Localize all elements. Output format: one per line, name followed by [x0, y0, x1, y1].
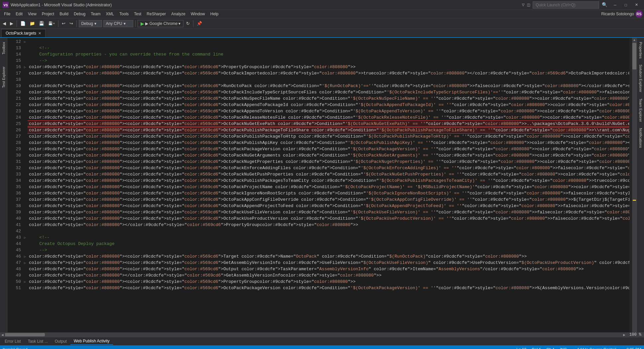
right-sidebar-tabs: Properties Solution Explorer Team Explor… [638, 39, 644, 151]
properties-tab[interactable]: Properties [638, 39, 644, 61]
new-project-btn[interactable]: 📄 [19, 19, 27, 28]
code-line[interactable]: <!-- [28, 45, 629, 51]
undo-btn[interactable]: ↩ [60, 19, 67, 28]
code-line[interactable]: --> [28, 247, 629, 253]
code-line[interactable]: color:#9cdcfe">style="color:#808080"><co… [28, 165, 629, 171]
task-list-tab[interactable]: Task List ... [25, 338, 52, 345]
run-btn[interactable]: ▶ ▶ Google Chrome ▾ [138, 20, 183, 27]
search-icon-btn[interactable]: 🔍 [602, 2, 607, 8]
menu-window[interactable]: Window [188, 10, 208, 18]
code-line[interactable]: color:#9cdcfe">style="color:#808080"><co… [28, 64, 629, 70]
code-line[interactable] [28, 228, 629, 234]
code-line[interactable]: color:#9cdcfe">style="color:#808080"><co… [28, 209, 629, 215]
code-line[interactable]: color:#9cdcfe">style="color:#808080"><co… [28, 184, 629, 190]
refresh-btn[interactable]: ↻ [185, 19, 191, 28]
horizontal-scrollbar[interactable]: ◀ ▶ 100 % [0, 332, 644, 337]
code-line[interactable]: color:#9cdcfe">style="color:#808080"><co… [28, 171, 629, 177]
user-avatar: RS [635, 10, 643, 18]
ch-status: Ch 1 [546, 347, 555, 349]
code-line[interactable]: color:#9cdcfe">style="color:#808080"></c… [28, 222, 629, 228]
separator3 [76, 20, 77, 27]
code-line[interactable]: color:#9cdcfe">style="color:#808080"><co… [28, 190, 629, 196]
code-line[interactable]: color:#9cdcfe">style="color:#808080"><co… [28, 108, 629, 114]
svg-text:VS: VS [3, 3, 8, 7]
minimize-btn[interactable]: ─ [610, 2, 620, 8]
error-list-tab[interactable]: Error List [1, 338, 25, 345]
menu-file[interactable]: File [1, 10, 13, 18]
code-line[interactable]: Configuration properties - you can overr… [28, 51, 629, 58]
menu-help[interactable]: Help [208, 10, 221, 18]
code-line[interactable]: color:#9cdcfe">style="color:#808080"><co… [28, 159, 629, 165]
back-btn[interactable]: ◀ [1, 19, 7, 28]
menu-view[interactable]: View [25, 10, 39, 18]
open-btn[interactable]: 📁 [28, 19, 36, 28]
code-line[interactable]: color:#9cdcfe">style="color:#808080"><co… [28, 177, 629, 184]
ln-status: Ln 12 [516, 347, 526, 349]
tab-bar: OctoPack.targets ✕ [0, 29, 644, 38]
toolbox-tab[interactable]: Toolbox [1, 39, 7, 57]
code-line[interactable]: Create Octopus Deploy package [28, 241, 629, 247]
menu-analyze[interactable]: Analyze [168, 10, 188, 18]
code-line[interactable]: --> [28, 58, 629, 64]
code-line[interactable]: color:#9cdcfe">style="color:#808080"><co… [28, 127, 629, 133]
save-btn[interactable]: 💾 [38, 19, 46, 28]
code-line[interactable]: color:#9cdcfe">style="color:#808080"><co… [28, 83, 629, 89]
code-line[interactable]: color:#9cdcfe">style="color:#808080"><co… [28, 260, 629, 266]
chevron-down-icon2: ▾ [124, 21, 126, 26]
code-line[interactable]: color:#9cdcfe">style="color:#808080"><co… [28, 140, 629, 146]
code-line[interactable]: color:#9cdcfe">style="color:#808080"><co… [28, 121, 629, 127]
solution-explorer-tab[interactable]: Solution Explorer [638, 62, 644, 95]
code-line[interactable]: color:#9cdcfe">style="color:#808080"><co… [28, 89, 629, 95]
code-line[interactable]: color:#9cdcfe">style="color:#808080"><co… [28, 203, 629, 209]
source-control[interactable]: ▲ Add to Source Control ▲ [572, 347, 621, 349]
code-line[interactable]: color:#9cdcfe">style="color:#808080"></c… [28, 272, 629, 279]
forward-btn[interactable]: ▶ [9, 19, 15, 28]
tab-close-btn[interactable]: ✕ [38, 31, 41, 36]
code-line[interactable] [28, 39, 629, 45]
vertical-scrollbar[interactable]: ▲ [632, 38, 637, 332]
menu-team[interactable]: Team [88, 10, 103, 18]
code-line[interactable] [28, 76, 629, 83]
close-btn[interactable]: ✕ [631, 2, 641, 8]
line-numbers: 1213141516171819202122232425262728293031… [7, 38, 22, 332]
code-line[interactable]: color:#9cdcfe">style="color:#808080"><co… [28, 196, 629, 203]
notifications-tab[interactable]: Notifications [638, 125, 644, 151]
menu-test[interactable]: Test [131, 10, 144, 18]
code-line[interactable]: color:#9cdcfe">style="color:#808080"><co… [28, 70, 629, 76]
code-line[interactable]: color:#9cdcfe">style="color:#808080"><co… [28, 133, 629, 140]
code-line[interactable]: <!-- [28, 234, 629, 241]
editor-area: 1213141516171819202122232425262728293031… [7, 38, 637, 332]
separator4 [135, 20, 136, 27]
code-line[interactable]: color:#9cdcfe">style="color:#808080"><co… [28, 114, 629, 121]
output-tab[interactable]: Output [52, 338, 70, 345]
code-line[interactable]: color:#9cdcfe">style="color:#808080"><co… [28, 95, 629, 102]
pin-btn[interactable]: 📌 [195, 19, 203, 28]
menu-resharper[interactable]: ReSharper [144, 10, 168, 18]
code-line[interactable]: color:#9cdcfe">style="color:#808080"><co… [28, 102, 629, 108]
code-line[interactable]: color:#9cdcfe">style="color:#808080"><co… [28, 279, 629, 285]
maximize-btn[interactable]: □ [621, 2, 631, 8]
code-line[interactable]: color:#9cdcfe">style="color:#808080"><co… [28, 266, 629, 272]
menu-debug[interactable]: Debug [71, 10, 88, 18]
menu-build[interactable]: Build [57, 10, 71, 18]
code-line[interactable]: color:#9cdcfe">style="color:#808080"><co… [28, 285, 629, 291]
menu-tools[interactable]: Tools [117, 10, 131, 18]
title-bar: VS WebApplication1 - Microsoft Visual St… [0, 0, 644, 10]
save-all-btn[interactable]: 💾+ [47, 19, 56, 28]
menu-project[interactable]: Project [39, 10, 57, 18]
menu-xml[interactable]: XML [103, 10, 117, 18]
test-explorer-tab[interactable]: Test Explorer [1, 64, 7, 90]
quick-launch-input[interactable] [533, 1, 599, 9]
code-content[interactable]: <!-- Configuration properties - you can … [28, 38, 629, 332]
code-line[interactable]: color:#9cdcfe">style="color:#808080"><co… [28, 146, 629, 152]
menu-edit[interactable]: Edit [13, 10, 25, 18]
tab-octopack[interactable]: OctoPack.targets ✕ [1, 29, 46, 37]
code-line[interactable]: color:#9cdcfe">style="color:#808080"><co… [28, 152, 629, 159]
debug-mode-dropdown[interactable]: Debug ▾ [79, 20, 102, 27]
web-publish-activity-tab[interactable]: Web Publish Activity [70, 338, 113, 345]
code-line[interactable]: color:#9cdcfe">style="color:#808080"><co… [28, 215, 629, 222]
redo-btn[interactable]: ↪ [68, 19, 74, 28]
code-line[interactable]: color:#9cdcfe">style="color:#808080"><co… [28, 253, 629, 260]
team-explorer-tab[interactable]: Team Explorer [638, 96, 644, 125]
platform-dropdown[interactable]: Any CPU ▾ [103, 20, 133, 27]
